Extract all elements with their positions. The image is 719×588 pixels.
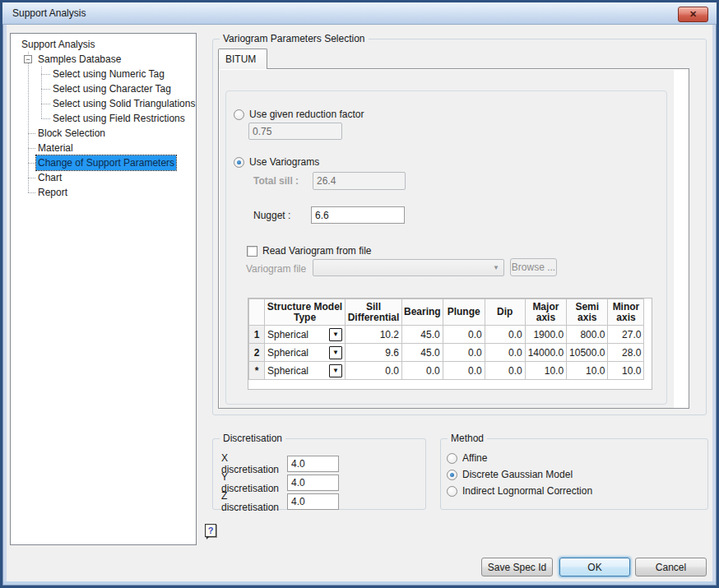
affine-radio[interactable] — [447, 453, 457, 464]
indirect-lognormal-radio[interactable] — [447, 486, 457, 497]
tree-item-select-field-restrictions[interactable]: Select using Field Restrictions — [11, 111, 196, 126]
tree-item-support-analysis[interactable]: Support Analysis — [11, 37, 196, 52]
bearing-cell[interactable]: 45.0 — [402, 344, 443, 362]
table-row: * Spherical ▼ 0.0 0.0 0.0 0.0 10.0 10.0 … — [249, 362, 644, 380]
model-type-cell[interactable]: Spherical ▼ — [265, 362, 346, 380]
col-sill-differential: Sill Differential — [346, 299, 402, 326]
tree-item-label: Select using Field Restrictions — [51, 111, 187, 126]
table-header-row: Structure Model Type Sill Differential B… — [249, 299, 644, 326]
discrete-gaussian-label: Discrete Gaussian Model — [462, 469, 573, 480]
tree-item-label: Report — [36, 185, 69, 200]
use-reduction-factor-option[interactable]: Use given reduction factor — [234, 109, 364, 120]
variogram-file-combo: ▼ — [313, 259, 504, 276]
nugget-input[interactable] — [311, 206, 405, 224]
read-variogram-option[interactable]: Read Variogram from file — [247, 245, 372, 257]
corner-header — [249, 299, 265, 326]
use-reduction-factor-radio[interactable] — [234, 109, 244, 120]
tree-item-change-of-support-parameters[interactable]: Change of Support Parameters — [11, 155, 196, 170]
navigation-tree: Support Analysis − Samples Database Sele… — [10, 33, 197, 545]
tab-bitum-label: BITUM — [225, 53, 256, 65]
minor-axis-cell[interactable]: 27.0 — [608, 326, 644, 344]
col-structure-model-type: Structure Model Type — [265, 299, 346, 326]
dropdown-icon[interactable]: ▼ — [329, 328, 342, 341]
tree-item-block-selection[interactable]: Block Selection — [11, 126, 196, 141]
sill-cell[interactable]: 9.6 — [346, 344, 402, 362]
semi-axis-cell[interactable]: 800.0 — [567, 326, 608, 344]
method-dgm-option[interactable]: Discrete Gaussian Model — [447, 469, 573, 480]
tree-item-select-solid-triangulations[interactable]: Select using Solid Triangulations — [11, 96, 196, 111]
tree-item-select-character-tag[interactable]: Select using Character Tag — [11, 81, 196, 96]
save-spec-id-button[interactable]: Save Spec Id — [481, 558, 553, 576]
read-variogram-checkbox[interactable] — [247, 246, 257, 257]
semi-axis-cell[interactable]: 10.0 — [567, 362, 608, 380]
major-axis-cell[interactable]: 10.0 — [525, 362, 566, 380]
collapse-icon[interactable]: − — [24, 55, 32, 63]
tree-item-material[interactable]: Material — [11, 141, 196, 155]
plunge-cell[interactable]: 0.0 — [443, 362, 485, 380]
y-discretisation-input[interactable] — [287, 475, 339, 491]
discretisation-group: Discretisation X discretisation Y discre… — [212, 438, 426, 510]
help-button[interactable]: ? — [205, 524, 216, 537]
use-variograms-option[interactable]: Use Variograms — [234, 156, 319, 168]
tree-item-label: Block Selection — [36, 126, 107, 141]
title-bar: Support Analysis ✕ — [2, 2, 717, 25]
window-title: Support Analysis — [12, 7, 86, 19]
model-type-value: Spherical — [267, 365, 308, 377]
tree-item-select-numeric-tag[interactable]: Select using Numeric Tag — [11, 67, 196, 81]
row-header: 2 — [249, 344, 265, 362]
dip-cell[interactable]: 0.0 — [485, 344, 525, 362]
x-discretisation-input[interactable] — [287, 456, 339, 472]
cancel-label: Cancel — [656, 562, 686, 573]
col-dip: Dip — [485, 299, 525, 326]
col-minor-axis: Minor axis — [608, 299, 644, 326]
bearing-cell[interactable]: 0.0 — [402, 362, 443, 380]
tab-bitum[interactable]: BITUM — [218, 49, 267, 69]
dropdown-icon[interactable]: ▼ — [329, 346, 342, 359]
dip-cell[interactable]: 0.0 — [485, 326, 525, 344]
discretisation-group-title: Discretisation — [220, 433, 285, 444]
sill-cell[interactable]: 0.0 — [346, 362, 402, 380]
ok-button[interactable]: OK — [559, 558, 630, 576]
use-variograms-label: Use Variograms — [249, 156, 319, 168]
method-ilc-option[interactable]: Indirect Lognormal Correction — [447, 485, 592, 497]
dropdown-icon[interactable]: ▼ — [329, 364, 342, 377]
cancel-button[interactable]: Cancel — [635, 558, 707, 576]
model-type-cell[interactable]: Spherical ▼ — [265, 326, 346, 344]
col-major-axis: Major axis — [525, 299, 566, 326]
plunge-cell[interactable]: 0.0 — [443, 344, 485, 362]
major-axis-cell[interactable]: 1900.0 — [525, 326, 566, 344]
variogram-parameters-group-title: Variogram Parameters Selection — [220, 33, 369, 44]
use-variograms-radio[interactable] — [234, 157, 244, 168]
tree-item-label: Material — [36, 141, 75, 155]
model-type-cell[interactable]: Spherical ▼ — [265, 344, 346, 362]
model-type-value: Spherical — [267, 329, 308, 340]
sill-cell[interactable]: 10.2 — [346, 326, 402, 344]
save-spec-id-label: Save Spec Id — [488, 562, 546, 573]
semi-axis-cell[interactable]: 10500.0 — [567, 344, 608, 362]
support-analysis-dialog: Support Analysis ✕ Support Analysis − Sa… — [0, 0, 719, 588]
minor-axis-cell[interactable]: 10.0 — [608, 362, 644, 380]
table-row: 1 Spherical ▼ 10.2 45.0 0.0 0.0 1900.0 8… — [249, 326, 644, 344]
close-icon: ✕ — [689, 10, 697, 19]
browse-button-label: Browse ... — [512, 262, 555, 273]
tree-item-label: Support Analysis — [20, 37, 96, 52]
bearing-cell[interactable]: 45.0 — [402, 326, 443, 344]
plunge-cell[interactable]: 0.0 — [443, 326, 485, 344]
model-type-value: Spherical — [267, 347, 308, 359]
reduction-factor-input — [248, 123, 342, 140]
row-header: 1 — [249, 326, 265, 344]
col-semi-axis: Semi axis — [567, 299, 608, 326]
method-affine-option[interactable]: Affine — [447, 452, 487, 464]
close-button[interactable]: ✕ — [678, 7, 708, 22]
row-header: * — [249, 362, 265, 380]
dip-cell[interactable]: 0.0 — [485, 362, 525, 380]
z-discretisation-input[interactable] — [287, 493, 339, 510]
discrete-gaussian-radio[interactable] — [447, 470, 457, 480]
tree-item-samples-database[interactable]: − Samples Database — [11, 52, 196, 67]
structures-grid: Structure Model Type Sill Differential B… — [248, 299, 644, 380]
minor-axis-cell[interactable]: 28.0 — [608, 344, 644, 362]
tree-item-chart[interactable]: Chart — [11, 170, 196, 185]
tree-item-report[interactable]: Report — [11, 185, 196, 200]
major-axis-cell[interactable]: 14000.0 — [525, 344, 566, 362]
z-discretisation-label: Z discretisation — [221, 490, 282, 513]
